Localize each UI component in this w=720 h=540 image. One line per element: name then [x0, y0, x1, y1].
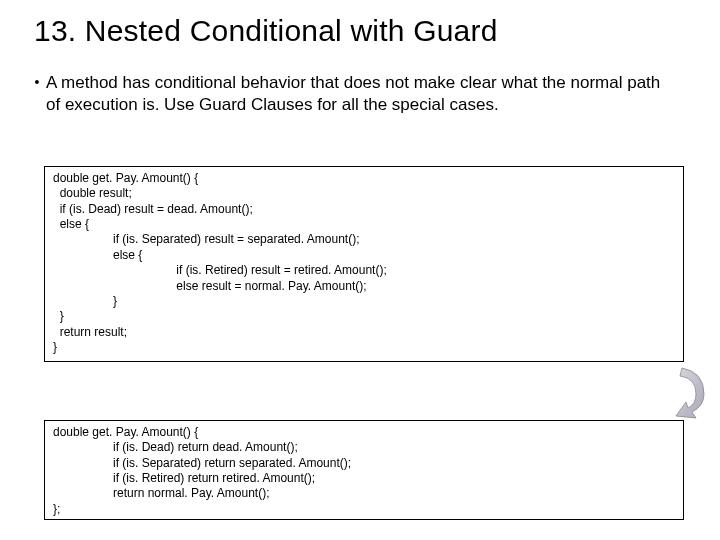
code-before: double get. Pay. Amount() { double resul… — [44, 166, 684, 362]
bullet-item: • A method has conditional behavior that… — [0, 48, 720, 116]
bullet-text: A method has conditional behavior that d… — [46, 72, 676, 116]
bullet-marker: • — [28, 72, 46, 116]
slide-title: 13. Nested Conditional with Guard — [0, 0, 720, 48]
curved-arrow-icon — [662, 366, 708, 422]
code-after: double get. Pay. Amount() { if (is. Dead… — [44, 420, 684, 520]
